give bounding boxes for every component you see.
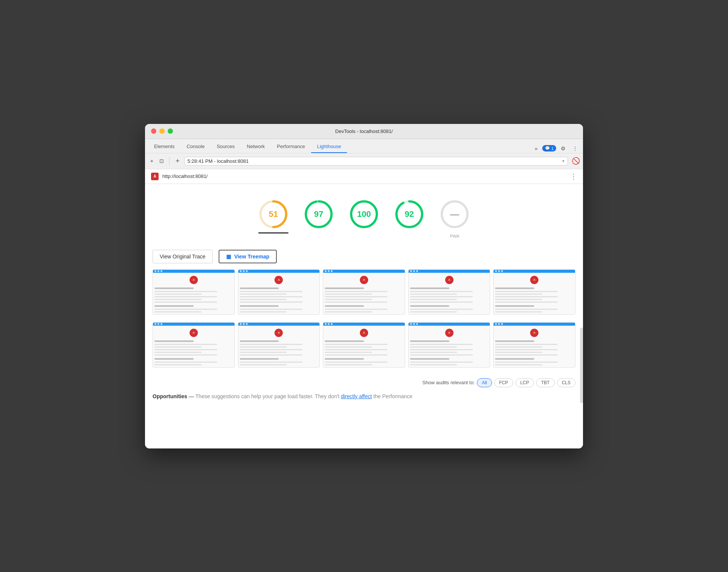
tab-network[interactable]: Network — [241, 141, 271, 153]
screenshot-5: A — [493, 269, 575, 315]
more-menu-button[interactable]: ⋮ — [570, 144, 580, 153]
filter-tbt[interactable]: TBT — [536, 378, 555, 387]
chat-badge[interactable]: 💬 1 — [542, 145, 556, 152]
pwa-label: PWA — [450, 234, 460, 238]
devtools-window: DevTools - localhost:8081/ Elements Cons… — [145, 124, 583, 448]
view-treemap-button[interactable]: ▦ View Treemap — [219, 250, 277, 263]
site-favicon: A — [151, 173, 159, 180]
score-circle-seo: 92 — [394, 199, 424, 229]
score-circle-accessibility: 97 — [304, 199, 334, 229]
screenshot-7: A — [238, 322, 320, 368]
screenshot-3: A — [323, 269, 405, 315]
scores-row: 51 97 — [153, 192, 575, 242]
score-circle-best-practices: 100 — [349, 199, 379, 229]
screenshots-grid-row2: A A — [153, 322, 575, 368]
url-row: A http://localhost:8081/ ⋮ — [145, 169, 583, 184]
minimize-button[interactable] — [159, 128, 165, 134]
url-display: http://localhost:8081/ — [162, 173, 566, 179]
screenshot-10: A — [493, 322, 575, 368]
score-best-practices: 100 — [349, 199, 379, 238]
opportunities-heading: Opportunities — [153, 393, 187, 399]
score-circle-pwa: — — [440, 199, 470, 229]
view-trace-button[interactable]: View Original Trace — [153, 250, 213, 263]
tab-console[interactable]: Console — [180, 141, 211, 153]
score-value-accessibility: 97 — [314, 209, 323, 219]
score-pwa: — PWA — [440, 199, 470, 238]
tabs-right-controls: » 💬 1 ⚙ ⋮ — [532, 144, 580, 153]
new-tab-button[interactable]: + — [173, 156, 183, 166]
block-icon: 🚫 — [572, 157, 580, 165]
settings-button[interactable]: ⚙ — [558, 144, 568, 153]
action-buttons: View Original Trace ▦ View Treemap — [153, 242, 575, 269]
opportunities-link[interactable]: directly affect — [341, 393, 372, 399]
opportunities-section: Opportunities — These suggestions can he… — [153, 390, 575, 401]
audit-filter-label: Show audits relevant to: — [423, 380, 475, 385]
treemap-label: View Treemap — [234, 254, 269, 260]
titlebar: DevTools - localhost:8081/ — [145, 124, 583, 139]
screenshot-1: A — [153, 269, 235, 315]
chat-count: 1 — [551, 146, 554, 151]
url-more-button[interactable]: ⋮ — [570, 172, 577, 181]
screenshot-9: A — [408, 322, 490, 368]
audit-filter-row: Show audits relevant to: All FCP LCP TBT… — [153, 375, 575, 390]
toolbar: ⌖ ⊡ + 5:28:41 PM - localhost:8081 ▾ 🚫 — [145, 153, 583, 169]
chat-icon: 💬 — [545, 146, 550, 151]
tab-lighthouse[interactable]: Lighthouse — [311, 141, 347, 153]
cursor-icon-button[interactable]: ⌖ — [148, 156, 156, 166]
treemap-icon: ▦ — [226, 254, 231, 260]
traffic-lights — [151, 128, 173, 134]
filter-cls[interactable]: CLS — [557, 378, 575, 387]
maximize-button[interactable] — [168, 128, 173, 134]
score-performance: 51 — [258, 199, 288, 238]
score-accessibility: 97 — [304, 199, 334, 238]
filter-lcp[interactable]: LCP — [515, 378, 534, 387]
address-bar[interactable]: 5:28:41 PM - localhost:8081 ▾ — [184, 157, 568, 165]
window-title: DevTools - localhost:8081/ — [335, 128, 393, 134]
filter-all[interactable]: All — [477, 378, 492, 387]
scrollbar[interactable] — [580, 328, 583, 403]
score-seo: 92 — [394, 199, 424, 238]
screenshot-4: A — [408, 269, 490, 315]
opportunities-dash: — — [189, 393, 196, 399]
screenshot-8: A — [323, 322, 405, 368]
opportunities-description-start: These suggestions can help your page loa… — [195, 393, 341, 399]
close-button[interactable] — [151, 128, 156, 134]
score-circle-performance: 51 — [258, 199, 288, 229]
inspect-icon-button[interactable]: ⊡ — [157, 156, 166, 165]
opportunities-description-end: the Performance — [373, 393, 413, 399]
score-underline-performance — [258, 232, 288, 233]
filter-fcp[interactable]: FCP — [494, 378, 513, 387]
score-value-best-practices: 100 — [357, 209, 371, 219]
address-dropdown-icon[interactable]: ▾ — [562, 159, 565, 164]
toolbar-divider — [169, 157, 170, 165]
tab-elements[interactable]: Elements — [148, 141, 180, 153]
score-value-seo: 92 — [405, 209, 414, 219]
address-text: 5:28:41 PM - localhost:8081 — [188, 158, 560, 164]
tab-bar: Elements Console Sources Network Perform… — [145, 139, 583, 153]
score-value-performance: 51 — [269, 209, 278, 219]
screenshots-grid-row1: A A — [153, 269, 575, 315]
score-value-pwa: — — [450, 209, 459, 220]
screenshot-6: A — [153, 322, 235, 368]
lighthouse-content: 51 97 — [145, 184, 583, 448]
screenshot-2: A — [238, 269, 320, 315]
tab-sources[interactable]: Sources — [211, 141, 241, 153]
tab-performance[interactable]: Performance — [271, 141, 311, 153]
more-tabs-button[interactable]: » — [532, 144, 540, 153]
